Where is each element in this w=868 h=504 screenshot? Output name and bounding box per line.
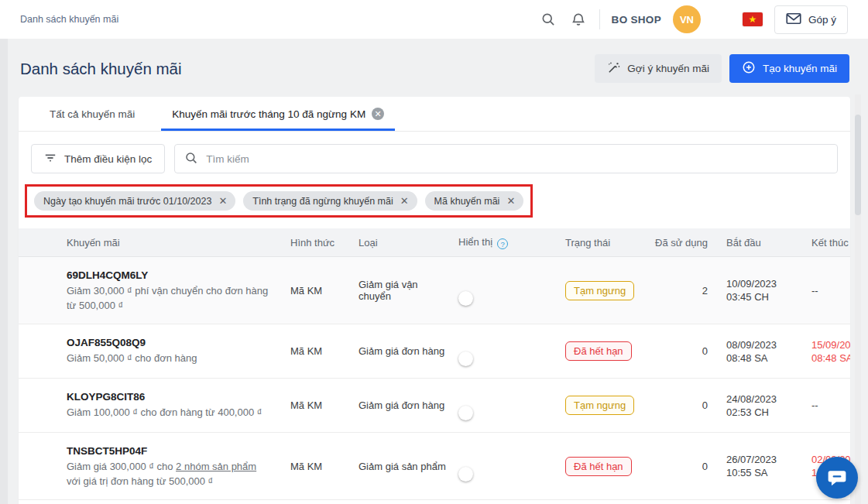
form-cell: Mã KM [278, 285, 346, 297]
add-filter-condition-label: Thêm điều kiện lọc [64, 153, 152, 165]
bell-icon[interactable] [569, 10, 588, 29]
col-header-form: Hình thức [278, 237, 346, 249]
vietnam-flag-icon[interactable]: ★ [743, 12, 763, 26]
filter-list-icon [44, 153, 57, 166]
toggle-knob [458, 291, 473, 306]
product-groups-link[interactable]: 2 nhóm sản phẩm [176, 461, 256, 472]
promotion-description: Giảm 30,000 ₫ phí vận chuyển cho đơn hàn… [67, 283, 270, 313]
status-badge: Tạm ngưng [565, 396, 634, 415]
toggle-knob [458, 406, 473, 420]
title-row: Danh sách khuyến mãi Gợi ý khuyến mãi Tạ… [0, 39, 868, 97]
start-date: 26/07/2023 [726, 453, 793, 466]
form-cell: Mã KM [278, 399, 346, 411]
type-cell: Giảm giá sản phẩm [346, 461, 446, 472]
annotation-red-box: Ngày tạo khuyến mãi trước 01/10/2023 ✕ T… [25, 184, 533, 218]
filter-chip-status-stopped[interactable]: Tình trạng đã ngừng khuyến mãi ✕ [243, 191, 417, 211]
table-row: 69DLH4CQM6LY Giảm 30,000 ₫ phí vận chuyể… [19, 257, 850, 324]
plus-circle-icon [742, 60, 756, 77]
apps-grid-icon[interactable] [712, 10, 731, 29]
avatar[interactable]: VN [673, 5, 701, 33]
tab-bar: Tất cả khuyến mãi Khuyến mãi trước tháng… [19, 97, 850, 132]
vertical-scrollbar[interactable] [855, 94, 861, 504]
chat-bubble-button[interactable] [816, 457, 858, 499]
top-header: Danh sách khuyến mãi BO SHOP VN ★ Góp ý [0, 0, 868, 39]
start-time: 08:48 SA [726, 351, 793, 365]
type-cell: Giảm giá đơn hàng [346, 345, 446, 357]
filter-chip-label: Tình trạng đã ngừng khuyến mãi [252, 196, 393, 207]
filter-chips: Ngày tạo khuyến mãi trước 01/10/2023 ✕ T… [34, 191, 523, 211]
filter-chip-created-before[interactable]: Ngày tạo khuyến mãi trước 01/10/2023 ✕ [34, 191, 235, 211]
tab-all-promotions[interactable]: Tất cả khuyến mãi [31, 97, 153, 131]
promotion-code: 69DLH4CQM6LY [67, 268, 278, 283]
magic-wand-icon [607, 61, 620, 77]
page-title: Danh sách khuyến mãi [20, 60, 182, 78]
promotion-cell: GOA4S6ZQWT9T [50, 500, 278, 504]
search-input[interactable] [206, 153, 828, 165]
filter-chip-promo-code[interactable]: Mã khuyến mãi ✕ [425, 191, 524, 211]
envelope-icon [786, 12, 801, 27]
chip-remove-icon[interactable]: ✕ [400, 195, 409, 207]
table-row: OJAF855Q08Q9 Giảm 50,000 ₫ cho đơn hàng … [19, 324, 850, 379]
scrollbar-thumb[interactable] [855, 115, 861, 215]
create-promotion-label: Tạo khuyến mãi [763, 63, 837, 74]
end-cell: -- [793, 399, 850, 412]
help-icon[interactable]: ? [497, 238, 508, 249]
used-count: 0 [636, 461, 708, 472]
search-icon [184, 151, 198, 167]
filter-row: Thêm điều kiện lọc [19, 132, 850, 183]
col-header-visible: Hiển thị? [446, 236, 553, 249]
search-box[interactable] [174, 144, 838, 173]
type-cell: Giảm giá đơn hàng [346, 399, 446, 411]
start-cell: 26/07/2023 10:55 SA [708, 453, 793, 479]
filter-chip-label: Ngày tạo khuyến mãi trước 01/10/2023 [43, 196, 211, 207]
form-cell: Mã KM [278, 345, 346, 357]
search-icon[interactable] [539, 10, 558, 29]
col-header-type: Loại [346, 237, 446, 249]
promotion-code: OJAF855Q08Q9 [67, 335, 278, 351]
col-header-used: Đã sử dụng [636, 237, 708, 249]
used-count: 0 [636, 399, 708, 411]
col-header-end: Kết thúc [793, 237, 850, 249]
promotion-code: KLOYPG8CIT86 [67, 389, 278, 405]
col-header-promotion: Khuyến mãi [50, 237, 278, 249]
start-time: 03:45 CH [726, 290, 793, 303]
tab-all-label: Tất cả khuyến mãi [50, 108, 135, 120]
toggle-knob [458, 467, 473, 482]
promotion-table: Khuyến mãi Hình thức Loại Hiển thị? Trạn… [19, 228, 850, 504]
header-divider [599, 9, 600, 29]
feedback-button[interactable]: Góp ý [774, 5, 848, 34]
suggest-promotion-button[interactable]: Gợi ý khuyến mãi [595, 54, 722, 83]
add-filter-condition-button[interactable]: Thêm điều kiện lọc [31, 144, 165, 173]
col-header-status: Trạng thái [553, 237, 636, 249]
start-date: 08/09/2023 [726, 338, 793, 351]
create-promotion-button[interactable]: Tạo khuyến mãi [729, 54, 849, 83]
promotion-description: Giảm giá 300,000 ₫ cho 2 nhóm sản phẩm v… [67, 459, 270, 489]
chip-remove-icon[interactable]: ✕ [506, 195, 515, 207]
tab-filtered-promotions[interactable]: Khuyến mãi trước tháng 10 đã ngừng KM ✕ [153, 97, 403, 131]
promotion-cell: 69DLH4CQM6LY Giảm 30,000 ₫ phí vận chuyể… [50, 257, 278, 324]
collapsed-sidebar-strip [0, 39, 8, 504]
col-header-start: Bắt đầu [708, 237, 793, 249]
table-row: KLOYPG8CIT86 Giảm 100,000 ₫ cho đơn hàng… [19, 379, 850, 433]
end-date: -- [811, 399, 850, 412]
start-date: 24/08/2023 [726, 393, 793, 406]
promotion-code: TNSBCT5HP04F [67, 444, 278, 459]
table-header-row: Khuyến mãi Hình thức Loại Hiển thị? Trạn… [19, 228, 850, 257]
chip-remove-icon[interactable]: ✕ [218, 195, 227, 207]
end-cell: -- [793, 284, 850, 297]
used-count: 0 [636, 345, 708, 357]
end-date: 15/09/2023 [811, 338, 850, 351]
form-cell: Mã KM [278, 461, 346, 472]
tab-close-icon[interactable]: ✕ [372, 108, 384, 120]
start-time: 02:53 CH [726, 406, 793, 419]
promotion-cell: KLOYPG8CIT86 Giảm 100,000 ₫ cho đơn hàng… [50, 379, 278, 432]
start-cell: 24/08/2023 02:53 CH [708, 393, 793, 419]
promotion-description: Giảm 100,000 ₫ cho đơn hàng từ 400,000 ₫ [67, 405, 270, 420]
start-cell: 10/09/2023 03:45 CH [708, 277, 793, 303]
table-row: GOA4S6ZQWT9T Mã KM Giảm giá đơn hàng Tạm… [19, 500, 850, 504]
filter-chip-label: Mã khuyến mãi [434, 196, 500, 207]
shop-name[interactable]: BO SHOP [612, 14, 661, 26]
status-badge: Đã hết hạn [565, 341, 632, 361]
end-time: 08:48 SA [811, 351, 850, 365]
end-date: -- [811, 284, 850, 297]
